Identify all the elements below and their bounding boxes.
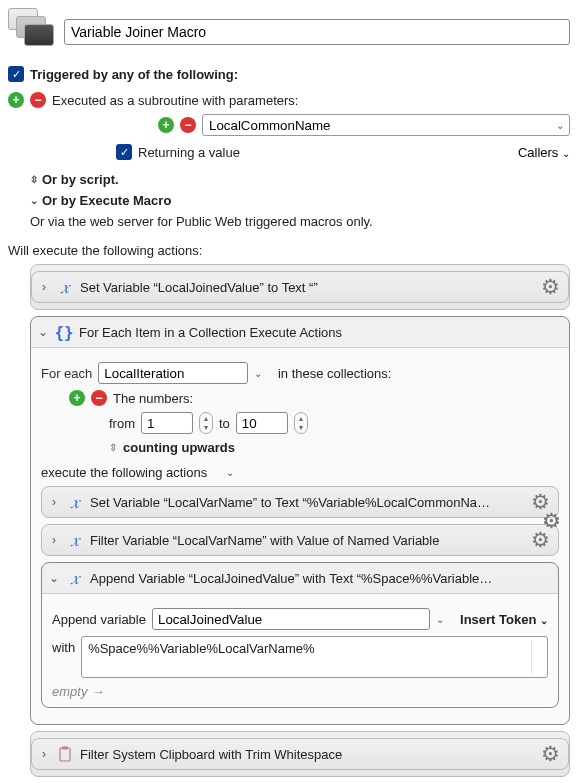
callers-button[interactable]: Callers ⌄ <box>518 145 570 160</box>
chevron-down-icon[interactable]: ⌄ <box>226 467 234 478</box>
append-variable-label: Append variable <box>52 612 146 627</box>
chevron-right-icon: › <box>48 495 60 509</box>
action-filter-clipboard[interactable]: › Filter System Clipboard with Trim Whit… <box>31 738 569 770</box>
variable-icon: 𝑥 <box>66 493 84 511</box>
action-title: Append Variable “LocalJoinedValue” with … <box>90 571 492 586</box>
action-title: Set Variable “LocalVarName” to Text “%Va… <box>90 495 490 510</box>
to-input[interactable] <box>236 412 288 434</box>
from-stepper[interactable]: ▴▾ <box>199 412 213 434</box>
to-stepper[interactable]: ▴▾ <box>294 412 308 434</box>
remove-param-button[interactable]: − <box>180 117 196 133</box>
chevron-down-icon: ⌄ <box>48 571 60 585</box>
chevron-down-icon[interactable]: ⌄ <box>436 614 444 625</box>
action-title: For Each Item in a Collection Execute Ac… <box>79 325 342 340</box>
insert-token-button[interactable]: Insert Token ⌄ <box>460 612 548 627</box>
gear-icon[interactable]: ⚙ <box>538 742 562 766</box>
disclosure-updown-icon[interactable]: ⇳ <box>109 442 117 453</box>
with-textarea[interactable]: %Space%%Variable%LocalVarName% <box>81 636 548 678</box>
braces-icon: {} <box>55 323 73 341</box>
action-title: Set Variable “LocalJoinedValue” to Text … <box>80 280 318 295</box>
or-web-label: Or via the web server for Public Web tri… <box>30 214 570 229</box>
returning-checkbox[interactable]: ✓ <box>116 144 132 160</box>
disclosure-updown-icon[interactable]: ⇳ <box>30 174 38 185</box>
with-label: with <box>52 636 75 655</box>
macro-title-input[interactable] <box>64 19 570 45</box>
remove-trigger-button[interactable]: − <box>30 92 46 108</box>
variable-icon: 𝑥 <box>66 531 84 549</box>
chevron-right-icon: › <box>38 280 50 294</box>
arrow-icon: → <box>91 684 104 699</box>
from-input[interactable] <box>141 412 193 434</box>
svg-rect-1 <box>62 747 68 750</box>
or-execute-macro-label: Or by Execute Macro <box>42 193 171 208</box>
variable-icon: 𝑥 <box>66 569 84 587</box>
chevron-down-icon: ⌄ <box>37 325 49 339</box>
in-collections-label: in these collections: <box>278 366 391 381</box>
or-script-label: Or by script. <box>42 172 119 187</box>
chevron-down-icon[interactable]: ⌄ <box>254 368 262 379</box>
add-param-button[interactable]: + <box>158 117 174 133</box>
to-label: to <box>219 416 230 431</box>
action-append-header[interactable]: ⌄ 𝑥 Append Variable “LocalJoinedValue” w… <box>42 563 558 593</box>
action-foreach-header[interactable]: ⌄ {} For Each Item in a Collection Execu… <box>31 317 569 347</box>
execute-following-label: execute the following actions <box>41 465 207 480</box>
append-var-input[interactable] <box>152 608 430 630</box>
clipboard-icon <box>56 745 74 763</box>
triggered-checkbox[interactable]: ✓ <box>8 66 24 82</box>
action-set-joined[interactable]: › 𝑥 Set Variable “LocalJoinedValue” to T… <box>31 271 569 303</box>
app-icon <box>8 8 56 56</box>
action-filter-varname[interactable]: › 𝑥 Filter Variable “LocalVarName” with … <box>41 524 559 556</box>
add-collection-button[interactable]: + <box>69 390 85 406</box>
variable-icon: 𝑥 <box>56 278 74 296</box>
gear-icon[interactable]: ⚙ <box>538 275 562 299</box>
remove-collection-button[interactable]: − <box>91 390 107 406</box>
empty-label: empty <box>52 684 87 699</box>
subroutine-label: Executed as a subroutine with parameters… <box>52 93 298 108</box>
gear-icon[interactable]: ⚙ <box>539 509 563 533</box>
foreach-label: For each <box>41 366 92 381</box>
foreach-var-input[interactable] <box>98 362 248 384</box>
add-trigger-button[interactable]: + <box>8 92 24 108</box>
chevron-right-icon: › <box>48 533 60 547</box>
scrollbar[interactable] <box>531 641 541 673</box>
action-title: Filter Variable “LocalVarName” with Valu… <box>90 533 439 548</box>
exec-heading: Will execute the following actions: <box>8 243 570 258</box>
action-set-varname[interactable]: › 𝑥 Set Variable “LocalVarName” to Text … <box>41 486 559 518</box>
returning-label: Returning a value <box>138 145 240 160</box>
svg-rect-0 <box>60 748 70 761</box>
from-label: from <box>109 416 135 431</box>
param-name-input[interactable] <box>202 114 570 136</box>
numbers-label: The numbers: <box>113 391 193 406</box>
chevron-right-icon: › <box>38 747 50 761</box>
chevron-down-icon[interactable]: ⌄ <box>30 195 38 206</box>
triggered-heading: Triggered by any of the following: <box>30 67 238 82</box>
counting-label: counting upwards <box>123 440 235 455</box>
action-title: Filter System Clipboard with Trim Whites… <box>80 747 342 762</box>
